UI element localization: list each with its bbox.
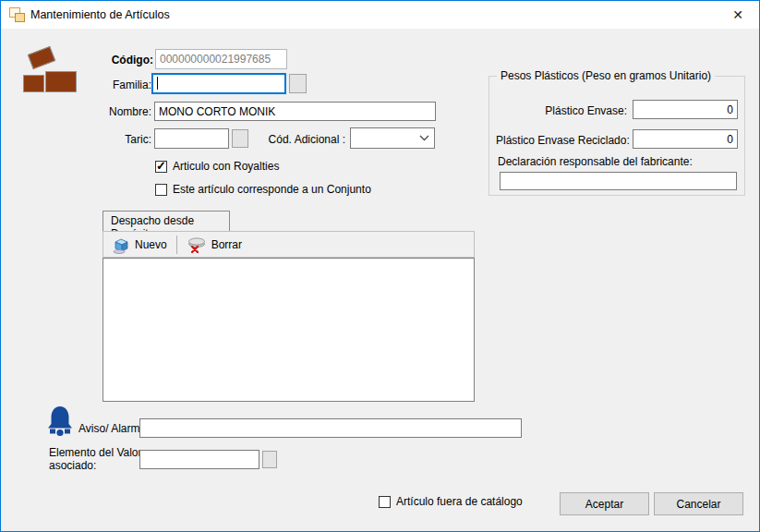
close-icon: ✕ [732, 7, 743, 22]
conjunto-checkbox-label: Este artículo corresponde a un Conjunto [173, 183, 371, 196]
codigo-input [155, 49, 287, 69]
bricks-logo [23, 47, 80, 95]
declaracion-input[interactable] [500, 172, 737, 190]
depositos-toolbar: Nuevo Borrar [103, 231, 475, 258]
borrar-button-label: Borrar [211, 238, 242, 251]
borrar-button[interactable]: Borrar [180, 234, 248, 256]
new-record-icon [112, 236, 130, 254]
nuevo-button-label: Nuevo [135, 238, 167, 251]
codigo-label: Código: [89, 54, 153, 66]
depositos-list[interactable] [103, 258, 475, 402]
checkbox-box: ✓ [155, 184, 167, 196]
familia-label: Familia: [89, 79, 151, 91]
close-button[interactable]: ✕ [717, 1, 759, 29]
form-icon-front [15, 13, 25, 22]
conjunto-checkbox[interactable]: ✓ Este artículo corresponde a un Conjunt… [155, 183, 371, 196]
app-form-icon [9, 7, 26, 23]
titlebar[interactable]: Mantenimiento de Artículos ✕ [1, 1, 759, 29]
nombre-label: Nombre: [89, 105, 151, 118]
cod-adicional-label: Cód. Adicional : [259, 133, 345, 146]
plastico-envase-reciclado-label: Plástico Envase Reciclado: [496, 134, 627, 147]
royalties-checkbox[interactable]: ✓ Articulo con Royalties [155, 160, 279, 173]
brick-left [23, 75, 44, 92]
checkbox-box: ✓ [155, 161, 167, 173]
brick-right [45, 71, 77, 92]
nombre-input[interactable] [154, 102, 436, 121]
checkbox-box: ✓ [379, 496, 391, 508]
declaracion-label: Declaración responsable del fabricante: [498, 155, 693, 168]
chevron-down-icon [419, 135, 429, 141]
delete-record-icon [187, 236, 207, 254]
cod-adicional-dropdown[interactable] [350, 127, 435, 149]
nuevo-button[interactable]: Nuevo [105, 234, 174, 256]
window-title: Mantenimiento de Artículos [30, 8, 170, 21]
taric-input[interactable] [154, 128, 229, 149]
plastico-envase-reciclado-input[interactable] [633, 129, 738, 149]
tab-despacho-depositos[interactable]: Despacho desde Depósitos [103, 211, 230, 231]
dialog-mantenimiento-articulos: Mantenimiento de Artículos ✕ Código: Fam… [0, 0, 760, 532]
aviso-alarma-label: Aviso/ Alarma [78, 422, 146, 435]
toolbar-separator [176, 236, 177, 254]
elemento-valor-input[interactable] [139, 450, 259, 469]
elemento-valor-label-line2: asociado: [49, 459, 142, 472]
familia-input[interactable] [151, 73, 286, 94]
brick-rotated [28, 46, 55, 69]
pesos-plasticos-title: Pesos Plásticos (Peso en gramos Unitario… [497, 69, 715, 82]
taric-browse-button[interactable] [232, 129, 248, 148]
aviso-alarma-input[interactable] [139, 418, 522, 438]
elemento-valor-browse-button[interactable] [262, 451, 277, 468]
fuera-catalogo-checkbox-label: Artículo fuera de catálogo [396, 495, 523, 508]
taric-label: Taric: [89, 133, 151, 146]
royalties-checkbox-label: Articulo con Royalties [173, 160, 279, 173]
plastico-envase-input[interactable] [633, 100, 738, 119]
cancelar-button[interactable]: Cancelar [654, 492, 743, 515]
plastico-envase-label: Plástico Envase: [500, 104, 627, 117]
aceptar-button[interactable]: Aceptar [560, 492, 649, 515]
alarm-bell-icon [46, 405, 74, 439]
text-caret [157, 77, 158, 90]
elemento-valor-label: Elemento del Valor asociado: [49, 446, 142, 472]
familia-browse-button[interactable] [289, 74, 307, 93]
check-icon: ✓ [156, 159, 166, 173]
fuera-catalogo-checkbox[interactable]: ✓ Artículo fuera de catálogo [379, 495, 523, 508]
elemento-valor-label-line1: Elemento del Valor [49, 446, 142, 459]
